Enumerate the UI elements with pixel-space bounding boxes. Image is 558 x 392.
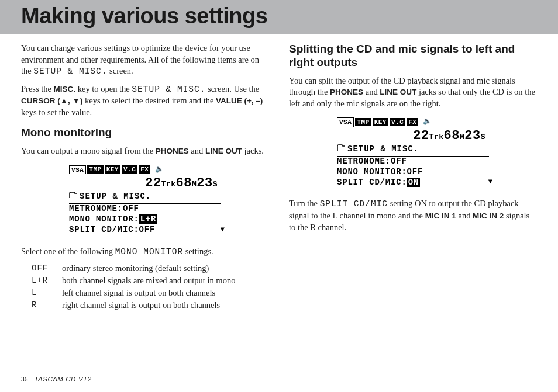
lcd-line: METRONOME:OFF <box>337 157 489 167</box>
scroll-down-icon: ▼ <box>221 226 225 234</box>
heading-mono-monitoring: Mono monitoring <box>21 126 269 140</box>
page-title: Making various settings <box>21 4 537 29</box>
folder-tab-icon <box>69 192 77 202</box>
mic-in-2: MIC IN 2 <box>473 211 504 220</box>
setting-name: MONO MONITOR <box>115 247 183 256</box>
left-column: You can change various settings to optim… <box>21 43 269 314</box>
lcd-tabs: VSA TMP KEY V.C FX 🔈 <box>337 117 489 126</box>
cursor-key: CURSOR (▲, ▼) <box>21 96 82 105</box>
lcd-tab: V.C <box>390 118 405 126</box>
speaker-icon: 🔈 <box>155 165 164 174</box>
phones-jack: PHONES <box>330 88 363 96</box>
lcd-screenshot-split: VSA TMP KEY V.C FX 🔈 22Trk68M23S SETUP &… <box>289 117 537 188</box>
scroll-down-icon: ▼ <box>488 178 492 186</box>
content-columns: You can change various settings to optim… <box>21 43 537 314</box>
phones-jack: PHONES <box>156 147 189 155</box>
intro-paragraph-2: Press the MISC. key to open the SETUP & … <box>21 84 269 119</box>
option-row: OFFordinary stereo monitoring (default s… <box>32 263 269 273</box>
lcd-highlight: L+R <box>139 214 158 224</box>
page-footer: 36 TASCAM CD-VT2 <box>21 376 92 383</box>
lcd-highlight: ON <box>407 178 420 187</box>
value-key: VALUE (+, –) <box>216 96 263 105</box>
lcd-screenshot-mono: VSA TMP KEY V.C FX 🔈 22Trk68M23S SETUP &… <box>21 165 269 235</box>
lineout-jack: LINE OUT <box>380 88 416 96</box>
lcd-line: SPLIT CD/MIC:OFF <box>69 225 221 235</box>
option-row: Lleft channel signal is output on both c… <box>32 288 269 298</box>
lcd-tab: VSA <box>69 165 86 174</box>
screen-name: SETUP & MISC. <box>33 67 107 76</box>
lcd-line: MONO MONITOR:L+R <box>69 214 221 225</box>
lcd-line: MONO MONITOR:OFF <box>337 167 489 178</box>
split-paragraph-2: Turn the SPLIT CD/MIC setting ON to outp… <box>289 198 537 233</box>
mono-options-table: OFFordinary stereo monitoring (default s… <box>32 263 269 310</box>
mic-in-1: MIC IN 1 <box>425 211 456 220</box>
misc-key: MISC. <box>54 85 76 93</box>
option-row: L+Rboth channel signals are mixed and ou… <box>32 276 269 286</box>
lcd-tab: FX <box>407 118 418 126</box>
setting-name: SPLIT CD/MIC <box>320 199 388 209</box>
speaker-icon: 🔈 <box>423 117 432 126</box>
right-column: Splitting the CD and mic signals to left… <box>289 43 537 314</box>
lcd-tab: V.C <box>122 165 137 174</box>
lcd-tab: KEY <box>373 118 388 126</box>
lcd-tab: VSA <box>337 117 354 126</box>
split-paragraph-1: You can split the output of the CD playb… <box>289 75 537 110</box>
folder-tab-icon <box>337 144 345 155</box>
screen-name: SETUP & MISC. <box>132 85 205 94</box>
lineout-jack: LINE OUT <box>205 147 242 155</box>
option-row: Rright channel signal is output on both … <box>32 300 269 310</box>
lcd-tab: TMP <box>355 118 371 126</box>
lcd-tab: KEY <box>105 165 120 174</box>
lcd-folder-row: SETUP & MISC. <box>337 144 489 157</box>
intro-paragraph-1: You can change various settings to optim… <box>21 43 269 78</box>
lcd-timecode: 22Trk68M23S <box>337 128 489 144</box>
lcd-tabs: VSA TMP KEY V.C FX 🔈 <box>69 165 221 174</box>
page-number: 36 <box>21 376 28 383</box>
lcd-tab: TMP <box>87 165 103 174</box>
lcd-line: SPLIT CD/MIC:ON <box>337 178 489 188</box>
lcd-folder-row: SETUP & MISC. <box>69 192 221 204</box>
page-title-bar: Making various settings <box>0 0 558 34</box>
heading-split: Splitting the CD and mic signals to left… <box>289 43 537 70</box>
product-model: TASCAM CD-VT2 <box>34 376 91 383</box>
lcd-timecode: 22Trk68M23S <box>69 175 221 192</box>
mono-select-paragraph: Select one of the following MONO MONITOR… <box>21 246 269 258</box>
mono-paragraph: You can output a mono signal from the PH… <box>21 145 269 157</box>
lcd-line: METRONOME:OFF <box>69 204 221 214</box>
lcd-tab: FX <box>139 165 150 174</box>
